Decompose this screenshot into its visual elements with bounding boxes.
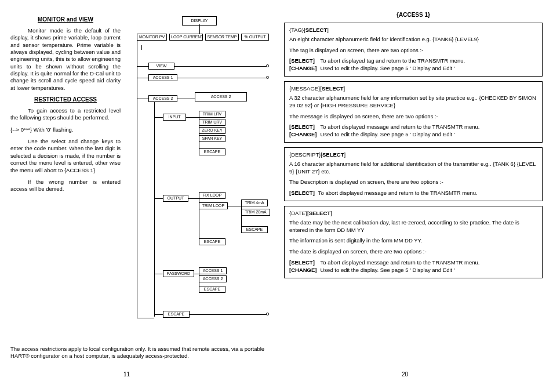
message-line1: A 32 character alphanumeric field for an…: [289, 95, 537, 110]
descript-line2: The Description is displayed on screen, …: [289, 179, 537, 186]
flow-line: [141, 45, 142, 50]
descript-select-txt: To abort displayed message and return to…: [318, 190, 481, 197]
flow-sensor-temp: SENSOR TEMP: [205, 34, 239, 41]
flow-node-icon: [266, 76, 269, 79]
flow-line: [137, 318, 154, 318]
flow-line: [174, 66, 267, 67]
para-monitor: Monitor mode is the default of the displ…: [10, 27, 121, 92]
date-select-txt: To abort displayed message and return to…: [321, 259, 483, 267]
tag-line2: The tag is displayed on screen, there ar…: [289, 47, 537, 55]
flow-line: [186, 117, 199, 118]
para-code: {--> 0***} With '0' flashing.: [10, 126, 121, 133]
flow-line: [228, 206, 241, 206]
page-number-right: 20: [402, 371, 408, 378]
flow-line: [154, 198, 163, 199]
flow-line: [137, 78, 148, 78]
flow-escape-2: ESCAPE: [241, 226, 268, 233]
page-number-left: 11: [123, 371, 130, 378]
flow-password: PASSWORD: [163, 270, 194, 277]
flow-pw-escape: ESCAPE: [199, 286, 225, 293]
flow-fix-loop: FIX LOOP: [199, 192, 225, 199]
section-tag: {TAG}[SELECT] An eight character alphanu…: [284, 23, 543, 77]
heading-access1: {ACCESS 1}: [284, 12, 543, 18]
tag-change-txt: Used to edit the display. See page 5 ' D…: [321, 65, 469, 72]
date-select-lbl: [SELECT]: [289, 259, 321, 267]
flow-input: INPUT: [163, 114, 186, 121]
tag-line1: An eight character alphanumeric field fo…: [289, 36, 537, 43]
descript-hdr-c: ]: [344, 151, 346, 158]
tag-change-lbl: [CHANGE]: [289, 65, 321, 72]
tag-header: {TAG}[SELECT]: [289, 27, 537, 34]
date-hdr-b: SELECT: [309, 210, 330, 216]
flow-line: [190, 314, 267, 315]
descript-select-lbl: [SELECT]: [289, 190, 318, 197]
date-change-lbl: [CHANGE]: [289, 267, 321, 274]
flow-escape-1: ESCAPE: [199, 148, 225, 155]
message-select-lbl: [SELECT]: [289, 124, 321, 131]
tag-select-lbl: [SELECT]: [289, 57, 321, 65]
date-line3: The date is displayed on screen, there a…: [289, 248, 537, 256]
flow-zero-key: ZERO KEY: [199, 127, 225, 134]
flow-line: [137, 99, 148, 99]
date-change-txt: Used to edit the display. See page 5 ' D…: [321, 267, 483, 274]
flow-line: [154, 274, 163, 274]
flow-view: VIEW: [148, 63, 174, 70]
flow-pw-access2: ACCESS 2: [199, 275, 227, 282]
descript-header: {DESCRIPT}[SELECT]: [289, 151, 537, 159]
message-change-txt: Used to edit the display. See page 5 ' D…: [321, 131, 483, 139]
flow-trim-urv: TRIM URV: [199, 119, 225, 126]
date-hdr-c: ]: [330, 210, 332, 216]
flow-line: [199, 24, 200, 34]
message-header: {MESSAGE}[SELECT]: [289, 85, 537, 93]
section-descript: {DESCRIPT}[SELECT] A 16 character alphan…: [284, 147, 543, 201]
tag-select-txt: To abort displayed tag and return to the…: [321, 57, 469, 65]
left-column: MONITOR and VIEW Monitor mode is the def…: [10, 16, 271, 193]
para-restricted-wrong: If the wrong number is entered access wi…: [10, 179, 121, 193]
flow-trim-lrv: TRIM LRV: [199, 111, 225, 118]
message-hdr-a: {MESSAGE}[: [289, 85, 322, 92]
message-hdr-c: ]: [343, 85, 345, 92]
date-options: [SELECT]To abort displayed message and r…: [289, 259, 483, 274]
descript-options: [SELECT]To abort displayed message and r…: [289, 190, 481, 197]
flow-output: OUTPUT: [163, 195, 188, 202]
flow-access1: ACCESS 1: [148, 74, 177, 81]
date-hdr-a: {DATE}[: [289, 210, 309, 216]
flow-line: [137, 34, 137, 318]
flow-span-key: SPAN KEY: [199, 135, 225, 142]
flow-access2-box: ACCESS 2: [195, 92, 247, 101]
flow-line: [194, 274, 199, 274]
left-text-block: MONITOR and VIEW Monitor mode is the def…: [10, 16, 121, 193]
flowchart: DISPLAY MONITOR PV LOOP CURRENT SENSOR T…: [131, 16, 282, 329]
descript-hdr-b: SELECT: [322, 151, 344, 158]
tag-options: [SELECT]To abort displayed tag and retur…: [289, 57, 468, 72]
flow-pw-access1: ACCESS 1: [199, 267, 227, 274]
flow-loop-current: LOOP CURRENT: [169, 34, 203, 41]
message-select-txt: To abort displayed message and return to…: [321, 124, 483, 131]
flow-line: [177, 99, 195, 99]
tag-hdr-c: ]: [327, 27, 329, 33]
section-message: {MESSAGE}[SELECT] A 32 character alphanu…: [284, 81, 543, 143]
flow-access2-label: ACCESS 2: [148, 95, 177, 102]
flow-pct-output: % OUTPUT: [241, 34, 269, 41]
tag-hdr-a: {TAG}[: [289, 27, 305, 33]
message-hdr-b: SELECT: [322, 85, 343, 92]
flow-trim-20ma: TRIM 20mA: [241, 209, 270, 216]
message-change-lbl: [CHANGE]: [289, 131, 321, 139]
para-restricted-intro: To gain access to a restricted level the…: [10, 107, 121, 122]
flow-line: [154, 314, 163, 315]
heading-restricted: RESTRICTED ACCESS: [10, 96, 121, 103]
message-line2: The message is displayed on screen, ther…: [289, 113, 537, 121]
date-line1: The date may be the next calibration day…: [289, 219, 537, 234]
right-column: {ACCESS 1} {TAG}[SELECT] An eight charac…: [284, 12, 543, 278]
date-header: {DATE}[SELECT]: [289, 210, 537, 217]
flow-line: [154, 102, 155, 317]
section-date: {DATE}[SELECT] The date may be the next …: [284, 206, 543, 278]
flow-monitor-pv: MONITOR PV: [137, 34, 167, 41]
flow-line: [137, 66, 148, 67]
descript-line1: A 16 character alphanumeric field for ad…: [289, 161, 537, 176]
tag-hdr-b: SELECT: [305, 27, 327, 33]
descript-hdr-a: {DESCRIPT}[: [289, 151, 322, 158]
flow-trim-loop: TRIM LOOP: [199, 202, 228, 209]
flow-line: [188, 198, 199, 199]
heading-monitor: MONITOR and VIEW: [10, 16, 121, 23]
